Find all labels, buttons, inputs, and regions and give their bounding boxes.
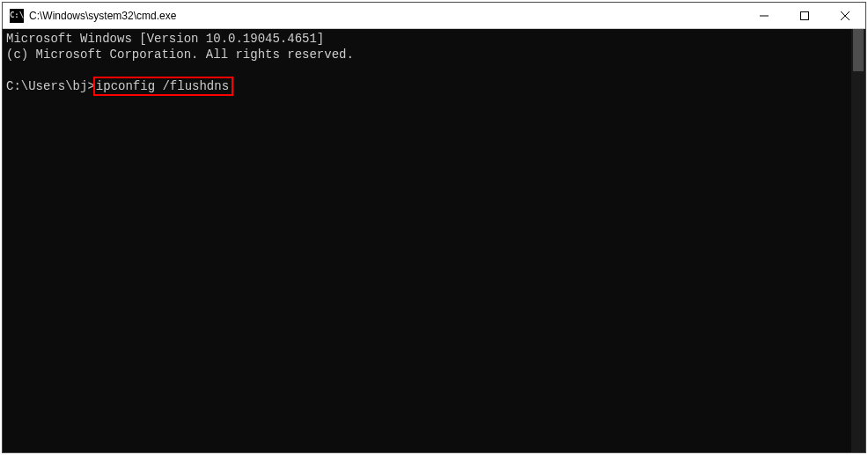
typed-command: ipconfig /flushdns xyxy=(96,79,229,93)
vertical-scrollbar[interactable] xyxy=(851,29,865,452)
cmd-icon: C:\ xyxy=(10,9,24,23)
maximize-icon xyxy=(800,11,809,20)
console-prompt: C:\Users\bj> xyxy=(6,79,95,93)
svg-rect-1 xyxy=(801,11,809,19)
minimize-button[interactable] xyxy=(744,3,784,28)
command-highlight: ipconfig /flushdns xyxy=(93,77,233,96)
close-icon xyxy=(841,11,850,20)
text-cursor xyxy=(233,80,240,93)
close-button[interactable] xyxy=(825,3,865,28)
window-controls xyxy=(744,3,865,28)
cmd-window: C:\ C:\Windows\system32\cmd.exe Microsof… xyxy=(2,2,866,453)
window-title: C:\Windows\system32\cmd.exe xyxy=(29,10,744,22)
cmd-icon-label: C:\ xyxy=(10,11,24,19)
maximize-button[interactable] xyxy=(784,3,825,28)
console-line-2: (c) Microsoft Corporation. All rights re… xyxy=(6,48,354,62)
titlebar[interactable]: C:\ C:\Windows\system32\cmd.exe xyxy=(3,3,865,29)
console-line-1: Microsoft Windows [Version 10.0.19045.46… xyxy=(6,32,324,46)
console-area: Microsoft Windows [Version 10.0.19045.46… xyxy=(3,29,865,452)
minimize-icon xyxy=(760,11,769,20)
scrollbar-thumb[interactable] xyxy=(853,29,864,71)
console-output[interactable]: Microsoft Windows [Version 10.0.19045.46… xyxy=(3,29,851,452)
